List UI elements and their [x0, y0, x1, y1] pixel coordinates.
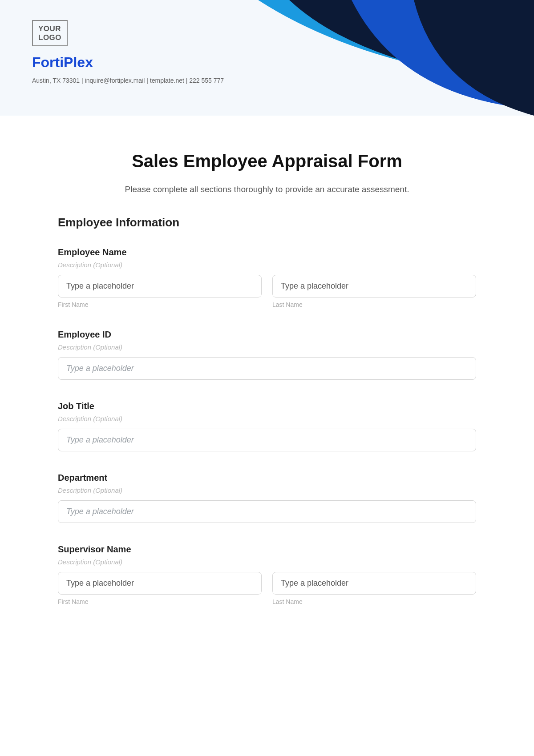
employee-id-input[interactable]: [58, 357, 476, 380]
field-description: Description (Optional): [58, 343, 476, 351]
field-employee-name: Employee Name Description (Optional) Fir…: [58, 247, 476, 308]
section-heading-employee-info: Employee Information: [58, 216, 476, 229]
field-label: Job Title: [58, 401, 476, 411]
field-label: Employee Name: [58, 247, 476, 257]
document-header: YOUR LOGO FortiPlex Austin, TX 73301 | i…: [0, 0, 534, 116]
page-intro: Please complete all sections thoroughly …: [58, 185, 476, 194]
department-input[interactable]: [58, 500, 476, 523]
field-description: Description (Optional): [58, 415, 476, 422]
job-title-input[interactable]: [58, 429, 476, 451]
logo-placeholder: YOUR LOGO: [32, 20, 68, 46]
field-employee-id: Employee ID Description (Optional): [58, 330, 476, 380]
sublabel-last-name: Last Name: [272, 598, 476, 605]
field-description: Description (Optional): [58, 558, 476, 566]
field-label: Department: [58, 473, 476, 483]
page-title: Sales Employee Appraisal Form: [58, 151, 476, 171]
field-label: Employee ID: [58, 330, 476, 340]
supervisor-first-name-input[interactable]: [58, 572, 262, 595]
sublabel-first-name: First Name: [58, 598, 262, 605]
field-description: Description (Optional): [58, 487, 476, 494]
field-job-title: Job Title Description (Optional): [58, 401, 476, 451]
sublabel-last-name: Last Name: [272, 301, 476, 308]
field-supervisor-name: Supervisor Name Description (Optional) F…: [58, 544, 476, 605]
field-department: Department Description (Optional): [58, 473, 476, 523]
sublabel-first-name: First Name: [58, 301, 262, 308]
employee-first-name-input[interactable]: [58, 275, 262, 298]
supervisor-last-name-input[interactable]: [272, 572, 476, 595]
form-body: Sales Employee Appraisal Form Please com…: [0, 116, 534, 653]
field-description: Description (Optional): [58, 261, 476, 269]
field-label: Supervisor Name: [58, 544, 476, 555]
company-contact-line: Austin, TX 73301 | inquire@fortiplex.mai…: [32, 77, 502, 84]
company-name: FortiPlex: [32, 54, 502, 71]
employee-last-name-input[interactable]: [272, 275, 476, 298]
